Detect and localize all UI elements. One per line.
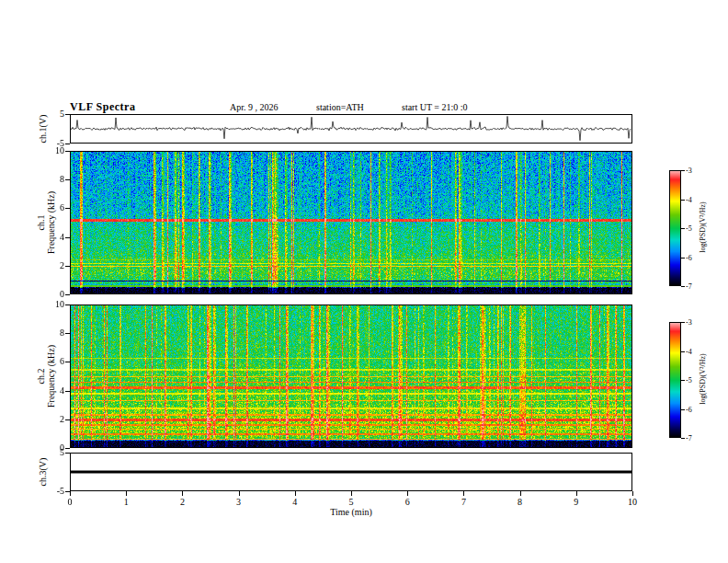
y-tick-label: 2 [44, 414, 64, 424]
axis-label-line-ch1: ch.1 [36, 191, 46, 254]
y-tick-mark [65, 179, 70, 180]
x-tick-mark [576, 491, 577, 496]
colorbar-tick-label: -3 [686, 318, 700, 327]
y-tick-mark [65, 294, 70, 295]
ch1-spectrogram-canvas [71, 152, 631, 293]
ch2-spectrogram-panel [70, 304, 632, 448]
y-tick-mark [65, 114, 70, 115]
colorbar-tick-mark [681, 228, 685, 229]
y-tick-label: 4 [44, 385, 64, 396]
x-tick-label: 10 [623, 497, 642, 507]
x-tick-label: 8 [511, 497, 529, 507]
x-tick-mark [407, 491, 408, 496]
colorbar-tick-label: -4 [686, 348, 700, 356]
colorbar-ch2 [669, 322, 681, 438]
y-tick-label: 8 [44, 327, 64, 338]
y-tick-label: 5 [44, 447, 64, 457]
colorbar-tick-mark [681, 200, 685, 201]
vlf-spectra-plot: VLF Spectra Apr. 9 , 2026 station=ATH st… [0, 0, 728, 563]
x-tick-label: 4 [286, 497, 304, 507]
colorbar-tick-label: -3 [686, 167, 700, 175]
colorbar-ch1-canvas [670, 171, 680, 285]
y-tick-label: 4 [44, 232, 64, 242]
ch1-waveform-canvas [71, 115, 631, 143]
axis-label-line-frequency: Frequency (kHz) [46, 191, 56, 254]
x-tick-label: 6 [398, 497, 416, 507]
x-tick-label: 5 [342, 497, 360, 507]
y-tick-label: 2 [44, 260, 64, 270]
colorbar-tick-label: -5 [686, 376, 700, 385]
y-tick-label: 5 [44, 109, 64, 119]
y-tick-mark [65, 362, 70, 362]
colorbar-tick-label: -7 [686, 434, 700, 442]
x-tick-mark [520, 491, 521, 496]
ch2-frequency-axis-label: ch.2 Frequency (kHz) [36, 345, 56, 408]
y-tick-label: 6 [44, 202, 64, 213]
x-tick-mark [463, 491, 464, 496]
y-tick-mark [65, 237, 70, 238]
ch1-waveform-panel [70, 114, 632, 144]
y-tick-label: 10 [44, 145, 64, 155]
y-tick-mark [65, 266, 70, 267]
colorbar-tick-mark [681, 170, 685, 171]
colorbar-tick-label: -6 [686, 254, 700, 262]
colorbar-tick-mark [681, 322, 685, 323]
y-tick-mark [65, 151, 70, 152]
colorbar-tick-mark [681, 380, 685, 381]
y-tick-mark [65, 333, 70, 334]
y-tick-label: 6 [44, 356, 64, 366]
ch2-spectrogram-canvas [71, 305, 631, 447]
x-tick-mark [632, 491, 633, 496]
y-tick-label: 8 [44, 174, 64, 184]
ch1-spectrogram-panel [70, 151, 632, 294]
y-tick-mark [65, 391, 70, 392]
plot-start-ut: start UT = 21:0 :0 [402, 102, 468, 112]
x-tick-mark [182, 491, 183, 496]
ch1-frequency-axis-label: ch.1 Frequency (kHz) [36, 191, 56, 254]
y-tick-label: 0 [44, 289, 64, 299]
colorbar-tick-mark [681, 438, 685, 439]
axis-label-line-ch2: ch.2 [36, 345, 46, 408]
y-tick-mark [65, 208, 70, 209]
x-tick-label: 2 [173, 497, 191, 507]
plot-title: VLF Spectra [70, 100, 135, 114]
y-tick-label: 10 [44, 299, 64, 309]
x-tick-mark [295, 491, 296, 496]
colorbar-tick-mark [681, 286, 685, 287]
y-tick-mark [65, 304, 70, 305]
x-tick-label: 1 [117, 497, 135, 507]
colorbar-tick-mark [681, 258, 685, 259]
colorbar-tick-label: -4 [686, 196, 700, 204]
time-axis-label: Time (min) [287, 507, 415, 517]
ch3-waveform-panel [70, 453, 632, 491]
colorbar-tick-label: -7 [686, 282, 700, 291]
colorbar-tick-label: -5 [686, 224, 700, 233]
x-tick-label: 0 [61, 497, 79, 507]
ch3-waveform-canvas [71, 454, 631, 490]
colorbar-tick-label: -6 [686, 406, 700, 414]
x-tick-mark [70, 491, 71, 496]
x-tick-mark [351, 491, 352, 496]
y-tick-label: -5 [44, 486, 64, 496]
plot-date: Apr. 9 , 2026 [230, 102, 279, 112]
colorbar-tick-mark [681, 351, 685, 352]
y-tick-mark [65, 144, 70, 144]
y-tick-mark [65, 453, 70, 454]
x-tick-label: 7 [454, 497, 472, 507]
axis-label-line-frequency: Frequency (kHz) [46, 345, 56, 408]
colorbar-ch2-canvas [670, 323, 680, 437]
x-tick-label: 9 [567, 497, 586, 507]
x-tick-mark [126, 491, 127, 496]
ch3-voltage-axis-label: ch.3(V) [38, 458, 48, 487]
y-tick-mark [65, 419, 70, 420]
plot-station: station=ATH [316, 102, 364, 112]
x-tick-label: 3 [230, 497, 248, 507]
y-tick-mark [65, 448, 70, 449]
x-tick-mark [239, 491, 240, 496]
colorbar-tick-mark [681, 409, 685, 410]
colorbar-ch1 [669, 170, 681, 286]
